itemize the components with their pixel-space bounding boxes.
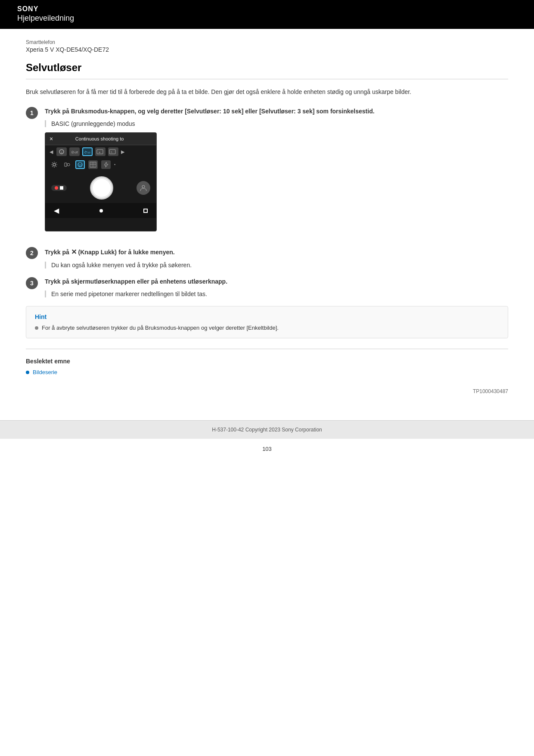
cam-adjust-grid bbox=[88, 160, 98, 169]
cam-close-icon: × bbox=[50, 135, 53, 142]
step-2-instruction: Trykk på ✕ (Knapp Lukk) for å lukke meny… bbox=[45, 247, 508, 257]
cam-settings-icon bbox=[50, 160, 59, 169]
cam-adjust-more: • bbox=[114, 162, 115, 167]
page-title: Selvutløser bbox=[26, 62, 508, 79]
hint-text: For å avbryte selvutløseren trykker du p… bbox=[42, 325, 279, 331]
footer-text: H-537-100-42 Copyright 2023 Sony Corpora… bbox=[212, 427, 322, 433]
breadcrumb-device-type: Smarttelefon bbox=[26, 39, 508, 45]
svg-text:10: 10 bbox=[87, 151, 90, 154]
svg-rect-14 bbox=[90, 162, 96, 167]
cam-adjust-row: 10 • bbox=[45, 158, 156, 171]
related-link-bildeserie[interactable]: Bildeserie bbox=[33, 369, 57, 375]
step-number-1: 1 bbox=[26, 107, 38, 119]
step-3: 3 Trykk på skjermutløserknappen eller på… bbox=[26, 277, 508, 297]
header: SONY Hjelpeveiledning bbox=[0, 0, 534, 29]
step-2-content: Trykk på ✕ (Knapp Lukk) for å lukke meny… bbox=[45, 247, 508, 269]
svg-point-18 bbox=[142, 185, 145, 188]
step-3-instruction: Trykk på skjermutløserknappen eller på e… bbox=[45, 277, 508, 286]
cam-record-button bbox=[51, 185, 67, 191]
related-bullet bbox=[26, 371, 29, 374]
steps-container: 1 Trykk på Bruksmodus-knappen, og velg d… bbox=[26, 107, 508, 297]
camera-screenshot: × Continuous shooting to ◀ 3 ⊘off bbox=[45, 132, 157, 231]
svg-text:off: off bbox=[75, 151, 78, 154]
cam-mode-timer3: 3 bbox=[56, 147, 67, 156]
svg-text:⊘: ⊘ bbox=[71, 150, 75, 154]
hint-box: Hint For å avbryte selvutløseren trykker… bbox=[26, 306, 508, 338]
cam-bottom-controls bbox=[45, 173, 156, 203]
page-number: 103 bbox=[0, 439, 534, 459]
step-1-instruction: Trykk på Bruksmodus-knappen, og velg der… bbox=[45, 107, 508, 116]
cam-icons-row-1: ◀ 3 ⊘off ⏱10 bbox=[45, 145, 156, 158]
svg-point-10 bbox=[53, 163, 56, 166]
cam-mode-timer-off: ⊘off bbox=[69, 147, 80, 156]
main-content: Smarttelefon Xperia 5 V XQ-DE54/XQ-DE72 … bbox=[0, 29, 534, 420]
footer: H-537-100-42 Copyright 2023 Sony Corpora… bbox=[0, 420, 534, 439]
step-1-content: Trykk på Bruksmodus-knappen, og velg der… bbox=[45, 107, 508, 238]
cam-title: Continuous shooting to bbox=[53, 136, 146, 141]
hint-item-1: For å avbryte selvutløseren trykker du p… bbox=[35, 325, 499, 331]
svg-text:≡: ≡ bbox=[99, 151, 100, 154]
svg-text:10: 10 bbox=[78, 164, 82, 167]
step-2-desc: Du kan også lukke menyen ved å trykke på… bbox=[45, 262, 508, 269]
cam-face-icon bbox=[62, 160, 72, 169]
cam-mode-speed: ≡. bbox=[108, 147, 118, 156]
tp-number: TP1000430487 bbox=[26, 388, 508, 394]
intro-text: Bruk selvutløseren for å få mer tid til … bbox=[26, 87, 508, 97]
related-title: Beslektet emne bbox=[26, 358, 508, 365]
cam-recents-square bbox=[143, 209, 148, 213]
cam-adjust-timer10: 10 bbox=[75, 160, 85, 169]
step-2: 2 Trykk på ✕ (Knapp Lukk) for å lukke me… bbox=[26, 247, 508, 269]
cam-shutter-button[interactable] bbox=[90, 176, 113, 200]
hint-bullet bbox=[35, 326, 38, 330]
related-link-1[interactable]: Bildeserie bbox=[26, 369, 508, 375]
cam-arrow-left: ◀ bbox=[50, 149, 53, 155]
step-1: 1 Trykk på Bruksmodus-knappen, og velg d… bbox=[26, 107, 508, 238]
svg-text:≡.: ≡. bbox=[111, 151, 113, 153]
related-section: Beslektet emne Bildeserie bbox=[26, 349, 508, 375]
cam-top-bar: × Continuous shooting to bbox=[45, 133, 156, 145]
cam-record-square bbox=[60, 186, 63, 190]
cam-record-dot bbox=[55, 186, 58, 190]
cam-adjust-flash bbox=[101, 160, 111, 169]
hint-title: Hint bbox=[35, 313, 499, 320]
breadcrumb-model: Xperia 5 V XQ-DE54/XQ-DE72 bbox=[26, 46, 508, 53]
step-number-2: 2 bbox=[26, 247, 38, 259]
svg-point-11 bbox=[67, 163, 70, 166]
cam-home-dot bbox=[99, 209, 103, 212]
cam-mode-burst: ≡ bbox=[95, 147, 106, 156]
step-1-sub: BASIC (grunnleggende) modus bbox=[45, 120, 508, 127]
cam-mode-timer10-selected: ⏱10 bbox=[82, 147, 93, 156]
step-3-content: Trykk på skjermutløserknappen eller på e… bbox=[45, 277, 508, 297]
svg-text:⏱: ⏱ bbox=[84, 150, 87, 154]
cam-profile-icon bbox=[137, 181, 150, 195]
sony-brand: SONY bbox=[17, 5, 517, 13]
step-number-3: 3 bbox=[26, 277, 38, 289]
cam-nav-bar: ◀ bbox=[45, 203, 156, 218]
header-title: Hjelpeveiledning bbox=[17, 14, 517, 23]
cam-arrow-right: ▶ bbox=[121, 149, 124, 155]
step-3-desc: En serie med pipetoner markerer nedtelli… bbox=[45, 291, 508, 297]
cam-back-icon: ◀ bbox=[54, 206, 59, 215]
